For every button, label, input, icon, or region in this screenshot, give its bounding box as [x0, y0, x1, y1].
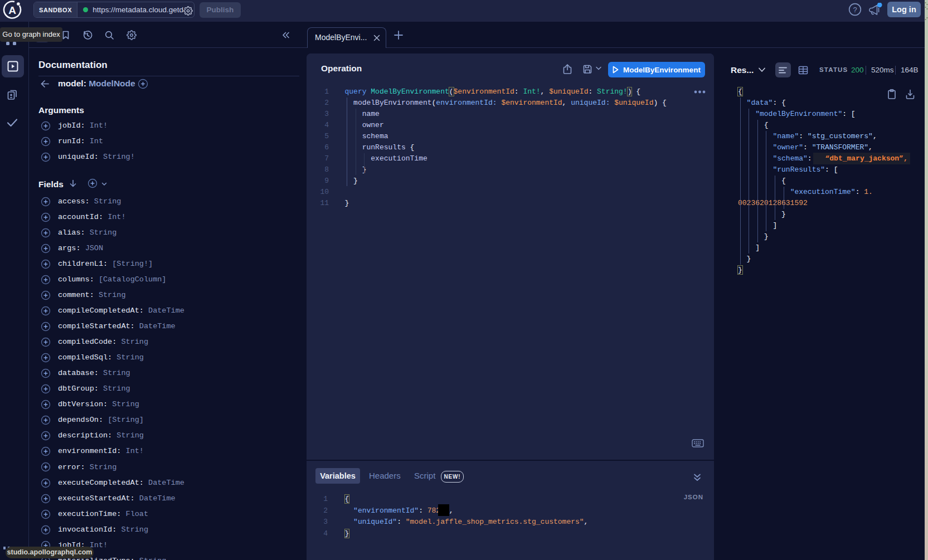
svg-text:A: A — [8, 4, 16, 16]
svg-text:?: ? — [853, 6, 857, 14]
